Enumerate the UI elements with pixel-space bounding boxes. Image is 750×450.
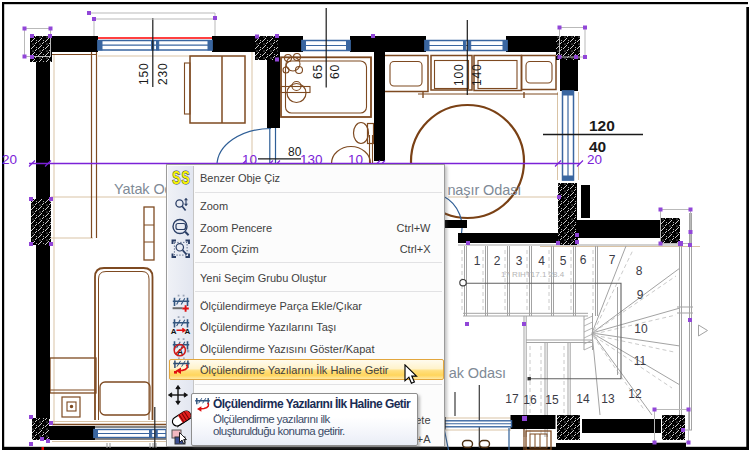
svg-text:11: 11 — [634, 354, 647, 368]
svg-text:13: 13 — [601, 392, 615, 406]
svg-text:ak Odası: ak Odası — [449, 365, 506, 381]
svg-text:4: 4 — [538, 254, 545, 268]
svg-text:5: 5 — [560, 254, 567, 268]
svg-text:7: 7 — [609, 253, 616, 267]
svg-text:6: 6 — [580, 253, 587, 267]
svg-text:12: 12 — [628, 387, 642, 401]
svg-text:20: 20 — [2, 152, 17, 167]
svg-text:17: 17 — [505, 392, 519, 406]
svg-text:1: 1 — [474, 254, 481, 268]
svg-text:2: 2 — [494, 254, 501, 268]
svg-text:16: 16 — [523, 393, 537, 407]
svg-text:9: 9 — [637, 288, 644, 302]
svg-text:120: 120 — [589, 117, 615, 134]
svg-text:17 RIHT17.1 28.4: 17 RIHT17.1 28.4 — [501, 270, 565, 279]
svg-text:140: 140 — [470, 64, 484, 86]
svg-text:60: 60 — [328, 64, 342, 79]
svg-text:230: 230 — [156, 63, 170, 85]
svg-text:14: 14 — [576, 392, 590, 406]
svg-text:3: 3 — [516, 254, 523, 268]
svg-text:naşır Odası: naşır Odası — [447, 182, 521, 198]
svg-text:100: 100 — [452, 64, 466, 86]
svg-text:20: 20 — [587, 152, 602, 167]
svg-text:10: 10 — [634, 322, 648, 336]
svg-text:65: 65 — [311, 64, 325, 79]
svg-text:15: 15 — [545, 393, 559, 407]
svg-text:8: 8 — [636, 264, 643, 278]
svg-text:150: 150 — [137, 63, 151, 85]
